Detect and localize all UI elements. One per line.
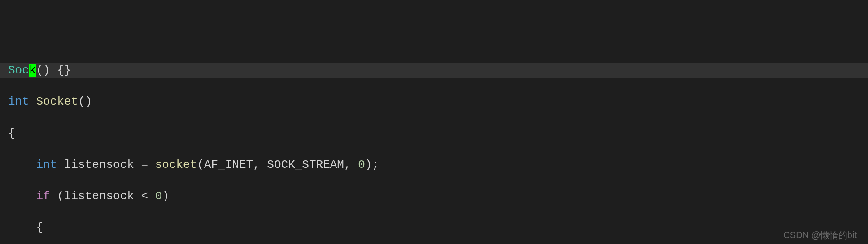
indent	[8, 158, 36, 171]
text-fragment: listensock =	[57, 158, 155, 171]
keyword-int: int	[36, 158, 57, 171]
indent	[8, 189, 36, 203]
brace: {	[8, 221, 43, 234]
watermark: CSDN @懒惰的bit	[783, 229, 857, 241]
code-line[interactable]: int Socket()	[0, 94, 868, 110]
keyword-int: int	[8, 95, 29, 108]
code-line[interactable]: if (listensock < 0)	[0, 188, 868, 204]
text-fragment: Soc	[8, 64, 29, 77]
keyword-if: if	[36, 189, 50, 203]
text-fragment: () {}	[36, 64, 71, 77]
number-literal: 0	[155, 189, 162, 203]
code-line[interactable]: {	[0, 220, 868, 235]
text-fragment: ()	[78, 95, 92, 108]
function-name: Socket	[29, 95, 78, 108]
number-literal: 0	[358, 158, 365, 171]
brace: {	[8, 127, 15, 140]
text-fragment: );	[365, 158, 379, 171]
cursor-highlight: k	[29, 64, 36, 77]
code-line[interactable]: {	[0, 126, 868, 141]
search-match-line: Sock() {}	[0, 63, 868, 78]
code-line[interactable]: int listensock = socket(AF_INET, SOCK_ST…	[0, 157, 868, 173]
text-fragment: (listensock <	[50, 189, 155, 203]
function-call: socket	[155, 158, 197, 171]
text-fragment: )	[162, 189, 169, 203]
text-fragment: (AF_INET, SOCK_STREAM,	[197, 158, 358, 171]
